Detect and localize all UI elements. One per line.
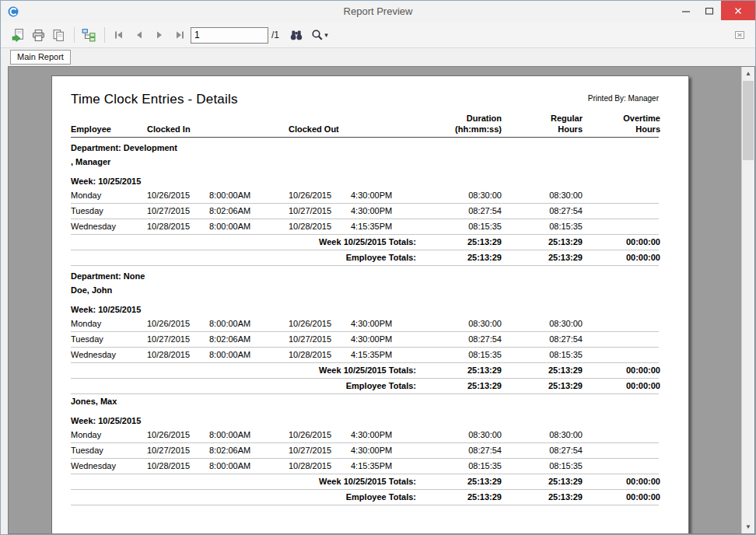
time-entry-row: Monday10/26/20158:00:00AM10/26/20154:30:… bbox=[71, 428, 659, 443]
previous-page-button[interactable] bbox=[130, 26, 149, 44]
cell-out-date: 10/27/2015 bbox=[289, 204, 351, 219]
export-button[interactable] bbox=[9, 26, 27, 44]
cell-day: Tuesday bbox=[71, 332, 147, 347]
zoom-dropdown-arrow-icon: ▾ bbox=[324, 31, 328, 39]
last-page-button[interactable] bbox=[170, 26, 189, 44]
group-tree-toggle-button[interactable] bbox=[79, 26, 98, 44]
week-label-row: Week: 10/25/2015 bbox=[71, 414, 659, 428]
minimize-button[interactable] bbox=[674, 1, 698, 20]
zoom-icon bbox=[311, 29, 324, 41]
cell-overtime-total: 00:00:00 bbox=[583, 250, 660, 265]
week-totals-row: Week 10/25/2015 Totals:25:13:2925:13:290… bbox=[71, 235, 659, 250]
cell-in-time: 8:00:00AM bbox=[209, 348, 289, 362]
week-label: Week: 10/25/2015 bbox=[71, 302, 660, 316]
cell-duration: 08:27:54 bbox=[421, 204, 502, 219]
cell-out-time: 4:30:00PM bbox=[351, 428, 421, 442]
week-label-row: Week: 10/25/2015 bbox=[71, 174, 659, 188]
cell-regular-total: 25:13:29 bbox=[502, 379, 583, 393]
cell-regular: 08:30:00 bbox=[502, 428, 583, 442]
cell-in-date: 10/27/2015 bbox=[147, 204, 209, 219]
cell-regular: 08:30:00 bbox=[502, 316, 583, 331]
department-label: Department: None bbox=[71, 269, 660, 283]
time-entry-row: Monday10/26/20158:00:00AM10/26/20154:30:… bbox=[71, 188, 659, 204]
cell-overtime bbox=[583, 204, 660, 219]
cell-overtime-total: 00:00:00 bbox=[583, 235, 660, 250]
cell-overtime bbox=[583, 348, 660, 362]
export-icon bbox=[12, 29, 25, 42]
cell-in-date: 10/26/2015 bbox=[147, 188, 209, 203]
next-page-button[interactable] bbox=[150, 26, 169, 44]
week-label-row: Week: 10/25/2015 bbox=[71, 302, 659, 316]
first-page-button[interactable] bbox=[110, 26, 128, 44]
cell-in-date: 10/28/2015 bbox=[147, 459, 209, 474]
cell-out-time: 4:15:35PM bbox=[351, 459, 421, 474]
toolbar: /1 ▾ bbox=[1, 23, 755, 48]
cell-out-time: 4:15:35PM bbox=[351, 348, 421, 362]
close-view-button[interactable] bbox=[730, 26, 749, 44]
week-label: Week: 10/25/2015 bbox=[71, 414, 660, 428]
cell-overtime bbox=[583, 188, 660, 203]
cell-in-time: 8:02:06AM bbox=[209, 204, 289, 219]
col-header-clocked-in: Clocked In bbox=[147, 124, 289, 135]
scroll-up-button[interactable]: ▲ bbox=[742, 67, 754, 80]
close-button[interactable] bbox=[721, 1, 755, 20]
cell-in-time: 8:02:06AM bbox=[209, 332, 289, 347]
print-button[interactable] bbox=[29, 26, 47, 44]
scroll-down-button[interactable]: ▼ bbox=[742, 520, 754, 533]
cell-regular: 08:27:54 bbox=[502, 443, 583, 458]
cell-regular-total: 25:13:29 bbox=[502, 250, 583, 265]
cell-in-time: 8:00:00AM bbox=[209, 316, 289, 331]
maximize-button[interactable] bbox=[698, 1, 721, 20]
minimize-icon bbox=[680, 5, 692, 17]
cell-duration: 08:30:00 bbox=[421, 316, 502, 331]
cell-overtime-total: 00:00:00 bbox=[583, 379, 660, 393]
cell-out-date: 10/27/2015 bbox=[289, 332, 351, 347]
cell-out-time: 4:30:00PM bbox=[351, 332, 421, 347]
time-entry-row: Wednesday10/28/20158:00:00AM10/28/20154:… bbox=[71, 219, 659, 235]
cell-regular: 08:15:35 bbox=[502, 348, 583, 362]
toolbar-separator bbox=[104, 27, 105, 43]
totals-label: Week 10/25/2015 Totals: bbox=[71, 363, 421, 378]
first-page-icon bbox=[113, 29, 125, 41]
cell-overtime bbox=[583, 219, 660, 234]
cell-overtime-total: 00:00:00 bbox=[583, 363, 660, 378]
cell-in-date: 10/26/2015 bbox=[147, 316, 209, 331]
cell-regular: 08:27:54 bbox=[502, 204, 583, 219]
duration-header-line1: Duration bbox=[467, 113, 502, 124]
employee-name: Jones, Max bbox=[71, 394, 660, 408]
cell-overtime-total: 00:00:00 bbox=[583, 474, 660, 489]
report-title-row: Time Clock Entries - Details Printed By:… bbox=[71, 92, 659, 107]
cell-duration: 08:30:00 bbox=[421, 428, 502, 442]
cell-in-date: 10/27/2015 bbox=[147, 443, 209, 458]
cell-day: Wednesday bbox=[71, 348, 147, 362]
cell-out-time: 4:30:00PM bbox=[351, 204, 421, 219]
preview-viewport: Time Clock Entries - Details Printed By:… bbox=[8, 66, 755, 534]
cell-duration-total: 25:13:29 bbox=[421, 235, 502, 250]
tab-main-report[interactable]: Main Report bbox=[10, 50, 71, 65]
scrollbar-thumb[interactable] bbox=[743, 81, 754, 160]
department-label: Department: Development bbox=[71, 141, 660, 155]
copy-button[interactable] bbox=[49, 26, 68, 44]
cell-duration-total: 25:13:29 bbox=[421, 250, 502, 265]
zoom-button[interactable]: ▾ bbox=[307, 26, 332, 44]
group-tree-icon bbox=[82, 28, 96, 42]
vertical-scrollbar[interactable]: ▲ ▼ bbox=[741, 67, 754, 533]
cell-overtime bbox=[583, 459, 660, 474]
department-row: Department: Development bbox=[71, 141, 659, 155]
cell-regular-total: 25:13:29 bbox=[502, 474, 583, 489]
previous-page-icon bbox=[133, 29, 145, 41]
cell-overtime bbox=[583, 428, 660, 442]
totals-label: Week 10/25/2015 Totals: bbox=[71, 474, 421, 489]
find-button[interactable] bbox=[287, 26, 306, 44]
cell-duration: 08:15:35 bbox=[421, 348, 502, 362]
report-header-row: Employee Clocked In Clocked Out Duration… bbox=[71, 113, 659, 138]
cell-duration: 08:15:35 bbox=[421, 219, 502, 234]
close-view-icon bbox=[733, 29, 746, 41]
page-number-input[interactable] bbox=[191, 27, 268, 44]
cell-duration-total: 25:13:29 bbox=[421, 490, 502, 505]
cell-regular-total: 25:13:29 bbox=[502, 363, 583, 378]
page-count-label: /1 bbox=[271, 30, 279, 40]
cell-out-date: 10/28/2015 bbox=[289, 348, 351, 362]
cell-out-time: 4:30:00PM bbox=[351, 188, 421, 203]
col-header-employee: Employee bbox=[71, 124, 147, 135]
